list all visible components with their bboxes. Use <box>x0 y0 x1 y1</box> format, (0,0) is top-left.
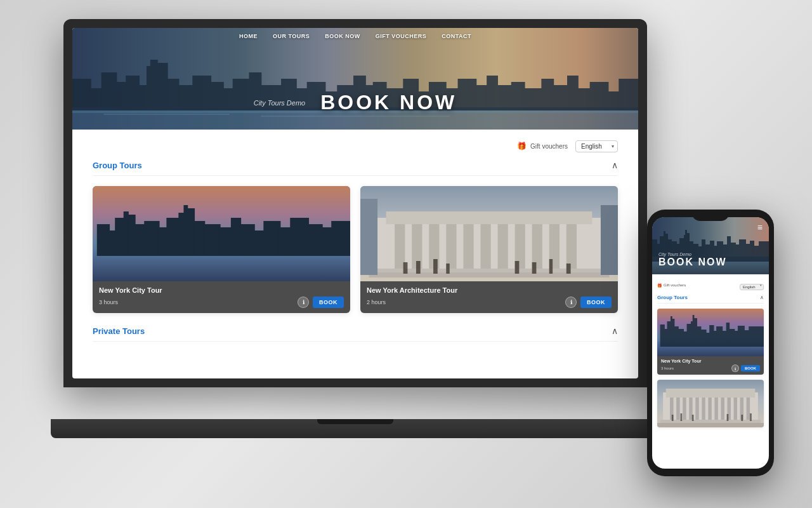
phone-language-dropdown[interactable]: English <box>740 284 764 290</box>
laptop-base <box>51 419 660 438</box>
svg-rect-72 <box>331 221 350 256</box>
svg-rect-124 <box>735 244 740 262</box>
svg-rect-94 <box>532 262 537 274</box>
phone-gift-button[interactable]: 🎁 Gift vouchers <box>657 283 686 288</box>
arch-tour-image <box>360 186 618 281</box>
svg-rect-166 <box>708 398 711 422</box>
svg-rect-46 <box>261 116 449 117</box>
nyc-tour-book-button[interactable]: BOOK <box>313 297 344 308</box>
svg-rect-154 <box>738 326 745 347</box>
toolbar: 🎁 Gift vouchers English Spanish French <box>93 140 618 152</box>
gift-vouchers-button[interactable]: 🎁 Gift vouchers <box>517 142 568 150</box>
svg-rect-156 <box>749 326 764 347</box>
group-tours-collapse-icon[interactable]: ∧ <box>612 160 618 170</box>
phone-language-selector[interactable]: English <box>740 279 764 291</box>
hero-title: BOOK NOW <box>320 91 457 114</box>
phone-arch-tour-card[interactable] <box>657 380 764 427</box>
svg-rect-155 <box>744 330 749 347</box>
private-tours-collapse-icon[interactable]: ∧ <box>612 326 618 336</box>
svg-rect-180 <box>750 413 752 421</box>
svg-rect-86 <box>566 224 577 269</box>
phone-menu-icon[interactable]: ≡ <box>757 222 763 232</box>
svg-rect-173 <box>660 420 761 423</box>
svg-rect-132 <box>660 324 665 347</box>
svg-rect-71 <box>321 227 333 256</box>
phone-nyc-image <box>657 309 764 356</box>
phone-notch <box>691 210 730 221</box>
svg-rect-63 <box>219 227 233 256</box>
svg-rect-145 <box>700 330 706 347</box>
svg-rect-66 <box>253 231 265 256</box>
phone-hero-subtitle: City Tours Demo <box>658 252 727 257</box>
nav-gift-vouchers[interactable]: GIFT VOUCHERS <box>376 33 427 39</box>
phone-group-tours-collapse[interactable]: ∧ <box>760 295 764 300</box>
nyc-tour-actions: ℹ BOOK <box>298 297 344 308</box>
arch-tour-info: New York Architecture Tour 2 hours ℹ BOO… <box>360 281 618 313</box>
language-selector[interactable]: English Spanish French <box>575 140 618 152</box>
phone-hero-text: City Tours Demo BOOK NOW <box>658 252 727 268</box>
arch-tour-book-button[interactable]: BOOK <box>580 297 612 308</box>
svg-rect-147 <box>709 325 714 347</box>
arch-tour-info-button[interactable]: ℹ <box>565 297 577 308</box>
svg-rect-165 <box>702 398 705 422</box>
phone-nyc-tour-card[interactable]: New York City Tour 3 hours ℹ BOOK <box>657 309 764 375</box>
tour-cards-container: New York City Tour 3 hours ℹ BOOK <box>93 186 618 313</box>
svg-rect-150 <box>722 331 726 347</box>
svg-rect-168 <box>721 398 724 422</box>
svg-rect-123 <box>730 243 736 262</box>
nav-contact[interactable]: CONTACT <box>442 33 471 39</box>
svg-rect-152 <box>729 329 735 347</box>
phone-group-tours-header: Group Tours ∧ <box>657 295 764 304</box>
arch-tour-actions: ℹ BOOK <box>565 297 612 308</box>
phone-nyc-info-button[interactable]: ℹ <box>731 364 739 372</box>
svg-rect-49 <box>97 224 110 256</box>
arch-tour-card[interactable]: New York Architecture Tour 2 hours ℹ BOO… <box>360 186 618 313</box>
svg-rect-101 <box>652 239 657 262</box>
phone-nyc-duration: 3 hours <box>661 366 674 370</box>
phone-nyc-actions: ℹ BOOK <box>731 364 760 372</box>
svg-rect-76 <box>395 224 405 269</box>
svg-rect-170 <box>734 398 737 422</box>
svg-rect-167 <box>714 398 717 422</box>
svg-rect-178 <box>727 414 729 421</box>
svg-rect-134 <box>667 321 671 347</box>
svg-rect-69 <box>290 218 309 256</box>
svg-rect-96 <box>566 264 571 274</box>
svg-rect-55 <box>144 221 159 256</box>
svg-rect-140 <box>687 324 691 347</box>
private-tours-title: Private Tours <box>93 326 145 336</box>
svg-rect-146 <box>706 333 710 347</box>
svg-rect-144 <box>697 326 701 347</box>
group-tours-section-header: Group Tours ∧ <box>93 160 618 176</box>
nav-home[interactable]: HOME <box>239 33 258 39</box>
phone-content: 🎁 Gift vouchers English <box>652 274 769 438</box>
svg-rect-125 <box>739 239 746 262</box>
svg-rect-54 <box>134 224 146 256</box>
phone-gift-label: Gift vouchers <box>664 283 686 287</box>
svg-rect-179 <box>741 415 743 421</box>
svg-rect-57 <box>166 218 180 256</box>
phone-toolbar: 🎁 Gift vouchers English <box>657 279 764 291</box>
language-dropdown[interactable]: English Spanish French <box>575 140 618 152</box>
phone-group-tours-title: Group Tours <box>657 295 688 300</box>
svg-rect-176 <box>681 413 683 421</box>
hero-background: HOME OUR TOURS BOOK NOW GIFT VOUCHERS CO… <box>72 28 638 130</box>
svg-rect-70 <box>307 224 322 256</box>
phone-nyc-book-button[interactable]: BOOK <box>741 365 760 371</box>
nyc-tour-name: New York City Tour <box>99 286 344 294</box>
svg-rect-137 <box>674 326 678 347</box>
nyc-tour-card[interactable]: New York City Tour 3 hours ℹ BOOK <box>93 186 350 313</box>
nav-book-now[interactable]: BOOK NOW <box>325 33 360 39</box>
site-content: 🎁 Gift vouchers English Spanish French <box>72 130 638 352</box>
svg-rect-67 <box>263 221 280 256</box>
arch-tour-name: New York Architecture Tour <box>367 286 612 294</box>
nyc-tour-info-button[interactable]: ℹ <box>298 297 309 308</box>
nyc-tour-duration: 3 hours <box>99 299 118 305</box>
svg-rect-161 <box>676 398 679 422</box>
nyc-tour-image <box>93 186 350 281</box>
phone-nyc-info: New York City Tour 3 hours ℹ BOOK <box>657 356 764 375</box>
nav-our-tours[interactable]: OUR TOURS <box>273 33 310 39</box>
hero-subtitle: City Tours Demo <box>254 99 306 107</box>
svg-rect-91 <box>433 259 438 274</box>
phone-device: ≡ City Tours Demo BOOK NOW 🎁 Gift vouche… <box>647 210 774 476</box>
